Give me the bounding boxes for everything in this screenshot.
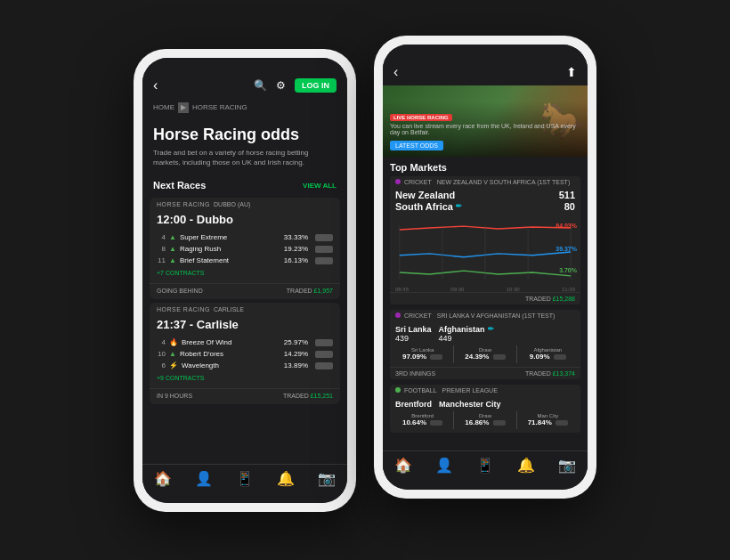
settings-icon[interactable]: ⚙ <box>276 79 286 92</box>
right-phone: ‹ ⬆ 🐎 LIVE HORSE RACING You can live str… <box>374 36 596 499</box>
divider <box>516 411 517 429</box>
match-teams: New Zealand 511 South Africa ✏ 80 <box>390 188 580 215</box>
breadcrumb-section: HORSE RACING <box>192 103 247 111</box>
runner-row[interactable]: 4 ▲ Super Extreme 33.33% <box>157 231 333 243</box>
race-time: 12:00 - Dubbo <box>150 211 340 231</box>
odds-draw[interactable]: Draw 16.86% <box>458 413 512 426</box>
team-name-sa: South Africa ✏ <box>395 201 462 212</box>
hero-subtitle: Trade and bet on a variety of horse raci… <box>153 148 337 167</box>
live-badge: LIVE HORSE RACING <box>390 114 452 121</box>
race-footer: IN 9 HOURS TRADED £15,251 <box>150 388 340 404</box>
edit-icon: ✏ <box>488 325 494 333</box>
bottom-nav: 🏠 👤 📱 🔔 📷 <box>142 464 347 503</box>
left-phone-screen: ‹ 🔍 ⚙ LOG IN HOME ▶ HORSE RACING Horse R… <box>142 58 347 503</box>
odds-badge <box>315 257 333 264</box>
breadcrumb-separator: ▶ <box>178 102 189 113</box>
race-carlisle-header: HORSE RACING CARLISLE <box>150 303 340 316</box>
draw-odds-label: 39.37% <box>556 246 577 252</box>
runner-row[interactable]: 8 ▲ Raging Rush 19.23% <box>157 243 333 255</box>
team-row-nz: New Zealand 511 <box>395 190 575 200</box>
back-icon[interactable]: ‹ <box>153 77 158 93</box>
nav-markets[interactable]: 📱 <box>476 457 494 483</box>
sport-dot <box>395 312 401 318</box>
team-score-nz: 511 <box>559 190 575 200</box>
odds-row: Brentford 10.64% Draw <box>395 411 575 429</box>
contracts-link[interactable]: +9 CONTRACTS <box>150 371 340 385</box>
search-icon[interactable]: 🔍 <box>254 79 267 92</box>
share-icon[interactable]: ⬆ <box>566 65 577 79</box>
breadcrumb: HOME ▶ HORSE RACING <box>142 99 347 117</box>
odds-row: Sri Lanka 97.09% Draw <box>395 345 575 363</box>
divider <box>453 345 454 363</box>
race-card-carlisle: HORSE RACING CARLISLE 21:37 - Carlisle 4… <box>150 303 340 404</box>
sport-label: FOOTBALL <box>404 387 437 394</box>
match-label: SRI LANKA V AFGHANISTAN (1ST TEST) <box>437 312 556 319</box>
nav-profile[interactable]: 👤 <box>435 457 453 483</box>
match-footer: 3RD INNINGS TRADED £13,374 <box>390 367 580 379</box>
live-banner: 🐎 LIVE HORSE RACING You can live stream … <box>383 85 588 157</box>
small-match-content: Brentford Manchester City Brentford <box>390 396 580 433</box>
small-match-content: Sri Lanka 439 Afghanistan ✏ 449 <box>390 321 580 367</box>
live-subtitle: You can live stream every race from the … <box>390 123 580 135</box>
odds-sri-lanka[interactable]: Sri Lanka 97.09% <box>395 347 450 361</box>
latest-odds-button[interactable]: LATEST ODDS <box>390 141 443 150</box>
race-traded: TRADED £15,251 <box>283 393 333 399</box>
nav-more[interactable]: 📷 <box>558 457 576 483</box>
nav-profile[interactable]: 👤 <box>195 470 213 496</box>
odds-badge <box>315 339 333 346</box>
match-sport-header: CRICKET SRI LANKA V AFGHANISTAN (1ST TES… <box>390 310 580 321</box>
match-chart: 84.03% 39.37% 3.70% <box>390 215 580 287</box>
race-venue: CARLISLE <box>214 306 244 312</box>
runner-arrow-icon: ▲ <box>169 256 176 264</box>
back-icon[interactable]: ‹ <box>393 64 398 80</box>
odds-brentford[interactable]: Brentford 10.64% <box>395 413 450 426</box>
lightning-icon: ⚡ <box>169 361 178 369</box>
runner-row[interactable]: 6 ⚡ Wavelength 13.89% <box>157 360 333 371</box>
login-button[interactable]: LOG IN <box>295 78 337 93</box>
contracts-link[interactable]: +7 CONTRACTS <box>150 266 340 280</box>
notch <box>454 45 516 61</box>
left-phone: ‹ 🔍 ⚙ LOG IN HOME ▶ HORSE RACING Horse R… <box>134 49 356 512</box>
nav-markets[interactable]: 📱 <box>236 470 254 496</box>
race-time: 21:37 - Carlisle <box>150 316 340 337</box>
header-icons: 🔍 ⚙ LOG IN <box>254 78 337 93</box>
race-runners: 4 🔥 Breeze Of Wind 25.97% 10 ▲ Robert D'… <box>150 337 340 371</box>
live-banner-bg: 🐎 LIVE HORSE RACING You can live stream … <box>383 85 588 157</box>
nav-more[interactable]: 📷 <box>318 470 336 496</box>
nav-home[interactable]: 🏠 <box>154 470 172 496</box>
sport-dot <box>395 387 401 393</box>
small-teams: Brentford Manchester City <box>395 400 575 409</box>
odds-draw[interactable]: Draw 24.39% <box>458 347 512 361</box>
nav-notifications[interactable]: 🔔 <box>517 457 535 483</box>
nav-notifications[interactable]: 🔔 <box>277 470 295 496</box>
odds-man-city[interactable]: Man City 71.84% <box>521 413 575 426</box>
match-traded: TRADED £15,288 <box>525 296 575 302</box>
nz-odds-label: 84.03% <box>556 223 577 229</box>
race-sport: HORSE RACING <box>157 201 210 207</box>
match-label: PREMIER LEAGUE <box>442 387 498 394</box>
divider <box>453 411 454 429</box>
runner-row[interactable]: 4 🔥 Breeze Of Wind 25.97% <box>157 337 333 348</box>
edit-icon: ✏ <box>456 202 462 210</box>
breadcrumb-home[interactable]: HOME <box>153 103 174 111</box>
runner-row[interactable]: 10 ▲ Robert D'ores 14.29% <box>157 348 333 360</box>
football-card[interactable]: FOOTBALL PREMIER LEAGUE Brentford Manche… <box>390 385 580 433</box>
cricket-card-sl-afg[interactable]: CRICKET SRI LANKA V AFGHANISTAN (1ST TES… <box>390 310 580 379</box>
chart-svg <box>395 217 575 285</box>
team-afghanistan: Afghanistan ✏ 449 <box>439 325 494 343</box>
race-status: IN 9 HOURS <box>157 393 192 399</box>
next-races-title: Next Races <box>153 180 206 191</box>
race-status: GOING BEHIND <box>157 288 203 294</box>
race-traded: TRADED £1,957 <box>287 288 333 294</box>
runner-row[interactable]: 11 ▲ Brief Statement 16.13% <box>157 255 333 266</box>
odds-afghanistan[interactable]: Afghanistan 9.09% <box>521 347 575 361</box>
live-banner-overlay: LIVE HORSE RACING You can live stream ev… <box>383 101 588 157</box>
nav-home[interactable]: 🏠 <box>394 457 412 483</box>
team-row-sa: South Africa ✏ 80 <box>395 201 575 212</box>
race-runners: 4 ▲ Super Extreme 33.33% 8 ▲ Raging Rush… <box>150 231 340 266</box>
top-markets-title: Top Markets <box>390 162 580 173</box>
team-name-nz: New Zealand <box>395 190 455 200</box>
cricket-card-nz-sa[interactable]: CRICKET NEW ZEALAND V SOUTH AFRICA (1ST … <box>390 176 580 304</box>
runner-arrow-icon: ▲ <box>169 233 176 241</box>
view-all-link[interactable]: VIEW ALL <box>303 182 337 190</box>
